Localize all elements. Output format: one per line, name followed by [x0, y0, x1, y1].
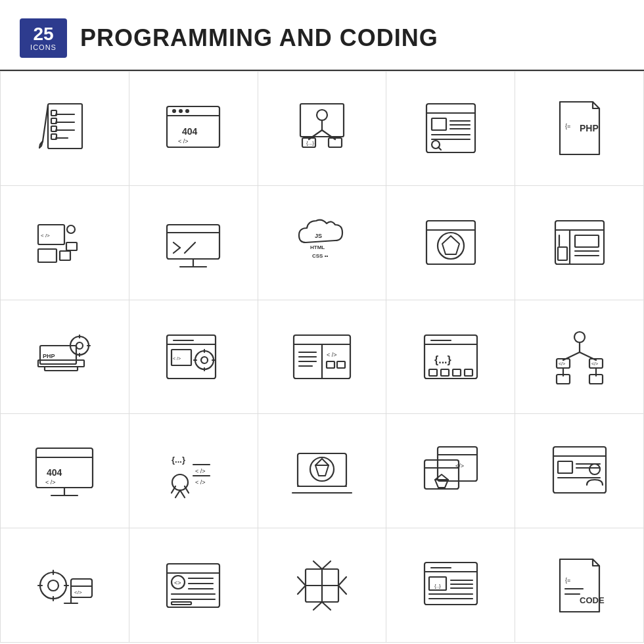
svg-marker-11 [39, 141, 43, 148]
svg-text:</>: </> [559, 361, 565, 366]
svg-marker-138 [315, 459, 329, 476]
svg-point-153 [589, 464, 600, 474]
svg-rect-43 [38, 249, 57, 262]
icon-ruby-browser [386, 186, 515, 300]
svg-text:{=: {= [565, 123, 570, 129]
svg-rect-97 [337, 361, 345, 368]
icon-resize-arrows [258, 528, 387, 643]
icon-code-file: {= CODE [515, 528, 644, 643]
svg-marker-58 [442, 236, 459, 254]
svg-text:{...}: {...} [306, 140, 314, 146]
svg-point-15 [179, 109, 183, 113]
svg-rect-42 [66, 242, 77, 250]
svg-rect-55 [426, 221, 475, 264]
svg-text:CODE: CODE [580, 595, 605, 605]
svg-rect-44 [60, 251, 70, 260]
icon-network-diagram: {...} [258, 72, 387, 186]
svg-text:< />: < /> [41, 233, 50, 239]
svg-point-20 [317, 110, 327, 120]
svg-point-155 [48, 580, 58, 591]
svg-point-72 [76, 342, 83, 349]
icon-php-file: {= PHP [515, 72, 644, 186]
svg-text:< />: < /> [173, 356, 181, 361]
icon-responsive-design: < /> [1, 186, 129, 300]
svg-rect-105 [465, 369, 472, 376]
svg-point-82 [195, 351, 214, 369]
svg-rect-149 [558, 461, 572, 473]
badge-number: 25 [33, 25, 53, 43]
icon-browser-curly: {...} [386, 300, 515, 415]
svg-line-36 [438, 147, 441, 150]
svg-point-41 [67, 225, 75, 233]
svg-rect-147 [553, 447, 606, 493]
page-title: PROGRAMMING AND CODING [80, 24, 438, 52]
svg-rect-45 [167, 225, 219, 259]
svg-line-131 [180, 490, 185, 497]
svg-text:JS: JS [315, 233, 322, 239]
icon-browser-user [515, 414, 644, 528]
icon-ui-layout [515, 186, 644, 300]
icon-desktop-code [129, 186, 258, 300]
icon-gem-code-window: </> [386, 414, 515, 528]
svg-text:{=: {= [565, 577, 570, 584]
svg-text:< />: < /> [45, 479, 56, 486]
svg-text:HTML: HTML [310, 244, 325, 250]
svg-text:PHP: PHP [43, 353, 55, 359]
svg-point-14 [172, 109, 176, 113]
svg-rect-66 [558, 247, 567, 260]
svg-text:PHP: PHP [580, 123, 599, 133]
icon-browser-404: 404 < /> [129, 72, 258, 186]
svg-text:< />: < /> [178, 138, 189, 145]
svg-point-137 [310, 457, 334, 481]
svg-rect-102 [429, 369, 437, 376]
svg-rect-29 [432, 118, 446, 130]
icon-browser-content: <> [129, 528, 258, 643]
svg-point-16 [185, 109, 189, 113]
icon-count-badge: 25 ICONS [20, 18, 67, 58]
badge-label: ICONS [30, 43, 57, 51]
svg-rect-68 [45, 367, 78, 371]
svg-line-9 [43, 105, 48, 141]
svg-line-51 [185, 242, 195, 253]
icon-developer-code: {...} < /> < /> [129, 414, 258, 528]
svg-rect-104 [453, 369, 461, 376]
svg-rect-59 [555, 221, 604, 264]
icon-gem-laptop [258, 414, 387, 528]
icon-browser-edit: {..} [386, 528, 515, 643]
svg-rect-118 [36, 448, 93, 488]
icon-php-settings: PHP [1, 300, 129, 415]
svg-text:</>: </> [74, 589, 82, 595]
svg-rect-96 [327, 361, 334, 368]
svg-rect-174 [172, 602, 191, 605]
icon-browser-settings: < /> [129, 300, 258, 415]
svg-text:< />: < /> [327, 352, 337, 358]
svg-text:404: 404 [182, 126, 198, 137]
svg-text:</>: </> [591, 361, 598, 366]
svg-rect-103 [441, 369, 449, 376]
icon-network-hierarchy: </> </> [515, 300, 644, 415]
svg-text:{...}: {...} [434, 354, 451, 365]
svg-line-130 [175, 490, 180, 497]
svg-line-50 [173, 248, 180, 253]
icon-code-editor: < /> [258, 300, 387, 415]
icon-gear-code: </> [1, 528, 129, 643]
svg-rect-62 [575, 235, 599, 247]
svg-text:CSS ••: CSS •• [312, 253, 328, 259]
svg-text:{...}: {...} [172, 455, 185, 465]
svg-text:404: 404 [47, 467, 62, 478]
svg-point-154 [40, 572, 66, 599]
icon-grid: 404 < /> {...} [0, 71, 644, 643]
icon-webpage-article [386, 72, 515, 186]
svg-text:< />: < /> [195, 468, 206, 474]
icon-monitor-404: 404 < /> [1, 414, 129, 528]
header: 25 ICONS PROGRAMMING AND CODING [0, 0, 644, 71]
svg-point-106 [574, 332, 585, 342]
svg-point-83 [201, 357, 208, 363]
svg-text:</>: </> [455, 463, 464, 469]
icon-checklist-edit [1, 72, 129, 186]
svg-line-49 [173, 242, 180, 248]
icon-cloud-js-html-css: JS HTML CSS •• [258, 186, 387, 300]
svg-text:< />: < /> [195, 479, 206, 486]
svg-text:{..}: {..} [434, 583, 441, 589]
svg-text:<>: <> [174, 580, 181, 586]
